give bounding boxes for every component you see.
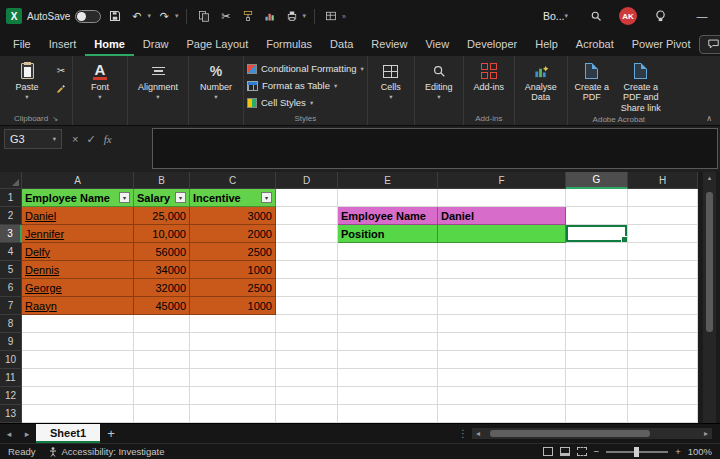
font-button[interactable]: A Font ▾ [76, 58, 124, 101]
tab-home[interactable]: Home [85, 32, 134, 56]
cell-E10[interactable] [338, 351, 438, 369]
cell-B12[interactable] [134, 387, 190, 405]
cell-C7[interactable]: 1000 [190, 297, 276, 315]
cell-C1[interactable]: Incentive▾ [190, 189, 276, 207]
cell-C2[interactable]: 3000 [190, 207, 276, 225]
search-icon[interactable] [587, 7, 604, 25]
cell-C10[interactable] [190, 351, 276, 369]
row-header-5[interactable]: 5 [0, 261, 22, 279]
cell-A4[interactable]: Delfy [22, 243, 134, 261]
tab-formulas[interactable]: Formulas [257, 32, 321, 56]
row-header-11[interactable]: 11 [0, 369, 22, 387]
cell-F10[interactable] [438, 351, 566, 369]
cell-E7[interactable] [338, 297, 438, 315]
tab-data[interactable]: Data [321, 32, 362, 56]
row-header-4[interactable]: 4 [0, 243, 22, 261]
cell-B8[interactable] [134, 315, 190, 333]
more-commands-icon[interactable]: » [342, 13, 346, 20]
cut-button[interactable]: ✂ [53, 63, 69, 77]
tab-acrobat[interactable]: Acrobat [567, 32, 623, 56]
tabbar-splitter-icon[interactable]: ⋮ [458, 428, 468, 439]
cell-D7[interactable] [276, 297, 338, 315]
cell-C8[interactable] [190, 315, 276, 333]
cell-E3[interactable]: Position [338, 225, 438, 243]
cell-H13[interactable] [628, 405, 698, 423]
cell-A2[interactable]: Daniel [22, 207, 134, 225]
column-header-H[interactable]: H [628, 172, 698, 189]
cell-F2[interactable]: Daniel [438, 207, 566, 225]
cell-H5[interactable] [628, 261, 698, 279]
quick-access-dropdown-icon[interactable]: ▾ [302, 12, 306, 20]
alignment-button[interactable]: Alignment ▾ [131, 58, 185, 101]
cell-H12[interactable] [628, 387, 698, 405]
scroll-right-icon[interactable]: ▸ [700, 429, 712, 438]
cell-F13[interactable] [438, 405, 566, 423]
cell-E6[interactable] [338, 279, 438, 297]
cell-H7[interactable] [628, 297, 698, 315]
conditional-formatting-button[interactable]: Conditional Formatting▾ [247, 60, 364, 77]
column-header-B[interactable]: B [134, 172, 190, 189]
cell-B2[interactable]: 25,000 [134, 207, 190, 225]
paste-button[interactable]: Paste ▾ [3, 58, 51, 101]
tab-page-layout[interactable]: Page Layout [177, 32, 257, 56]
cell-E1[interactable] [338, 189, 438, 207]
cell-G1[interactable] [566, 189, 628, 207]
cell-F7[interactable] [438, 297, 566, 315]
zoom-out-icon[interactable]: − [594, 446, 600, 457]
cell-A10[interactable] [22, 351, 134, 369]
cell-C6[interactable]: 2500 [190, 279, 276, 297]
collapse-ribbon-icon[interactable]: ∧ [706, 114, 712, 123]
cell-C4[interactable]: 2500 [190, 243, 276, 261]
tab-review[interactable]: Review [362, 32, 416, 56]
cell-E8[interactable] [338, 315, 438, 333]
cell-D4[interactable] [276, 243, 338, 261]
tab-help[interactable]: Help [526, 32, 567, 56]
row-header-1[interactable]: 1 [0, 189, 22, 207]
cell-A6[interactable]: George [22, 279, 134, 297]
row-header-6[interactable]: 6 [0, 279, 22, 297]
sheet-tab-sheet1[interactable]: Sheet1 [36, 424, 100, 443]
cell-A1[interactable]: Employee Name▾ [22, 189, 134, 207]
row-header-9[interactable]: 9 [0, 333, 22, 351]
comments-button[interactable]: Comments [699, 35, 720, 54]
cell-D6[interactable] [276, 279, 338, 297]
undo-icon[interactable]: ↶ [128, 7, 145, 25]
cell-D5[interactable] [276, 261, 338, 279]
cell-D12[interactable] [276, 387, 338, 405]
cell-E13[interactable] [338, 405, 438, 423]
horizontal-scroll-thumb[interactable] [490, 430, 650, 437]
autosave-toggle[interactable] [75, 10, 101, 23]
cell-H8[interactable] [628, 315, 698, 333]
tab-draw[interactable]: Draw [134, 32, 178, 56]
tab-insert[interactable]: Insert [40, 32, 86, 56]
column-header-A[interactable]: A [22, 172, 134, 189]
cell-F6[interactable] [438, 279, 566, 297]
column-header-C[interactable]: C [190, 172, 276, 189]
chart-icon[interactable] [261, 7, 278, 25]
cell-H3[interactable] [628, 225, 698, 243]
filter-button-B1[interactable]: ▾ [175, 192, 186, 203]
cell-A11[interactable] [22, 369, 134, 387]
cell-E5[interactable] [338, 261, 438, 279]
select-all-corner[interactable] [0, 172, 22, 189]
cell-B11[interactable] [134, 369, 190, 387]
cell-D11[interactable] [276, 369, 338, 387]
cell-E9[interactable] [338, 333, 438, 351]
create-pdf-button[interactable]: Create a PDF [571, 58, 613, 103]
column-header-D[interactable]: D [276, 172, 338, 189]
cell-B1[interactable]: Salary▾ [134, 189, 190, 207]
cell-E2[interactable]: Employee Name [338, 207, 438, 225]
cell-B4[interactable]: 56000 [134, 243, 190, 261]
accessibility-status[interactable]: Accessibility: Investigate [49, 446, 164, 457]
page-layout-view-icon[interactable] [560, 447, 570, 456]
row-header-3[interactable]: 3 [0, 225, 22, 243]
cell-H4[interactable] [628, 243, 698, 261]
undo-dropdown-icon[interactable]: ▾ [147, 12, 151, 20]
redo-icon[interactable]: ↷ [156, 7, 173, 25]
zoom-slider[interactable] [606, 451, 668, 453]
copy-icon[interactable] [195, 7, 212, 25]
cell-G3[interactable] [566, 225, 628, 243]
sheet-nav-right-icon[interactable]: ▸ [18, 424, 36, 443]
confirm-entry-icon[interactable]: ✓ [86, 133, 95, 146]
cell-H9[interactable] [628, 333, 698, 351]
